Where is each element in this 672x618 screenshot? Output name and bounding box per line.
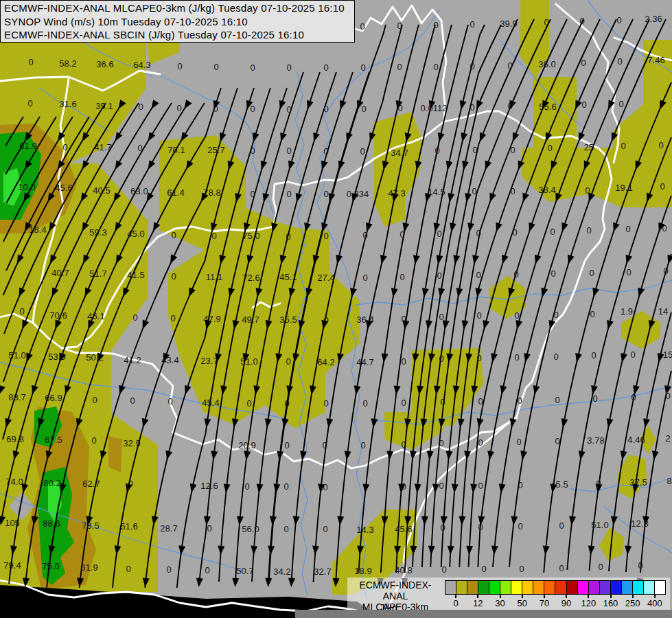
colorbar-cell bbox=[621, 580, 633, 595]
map-graphics bbox=[0, 0, 672, 618]
colorbar-cell bbox=[566, 580, 578, 595]
colorbar-cell bbox=[610, 580, 622, 595]
colorbar bbox=[445, 580, 666, 595]
colorbar-cell bbox=[445, 580, 456, 595]
colorbar-cell bbox=[588, 580, 600, 595]
colorbar-cell bbox=[555, 580, 566, 595]
colorbar-ticklabel: 50 bbox=[517, 598, 526, 608]
weather-map: 000039.90002.36058.236.664.3000000000036… bbox=[0, 0, 672, 618]
colorbar-ticklabel: 120 bbox=[581, 598, 596, 608]
title-line-synop-wind: SYNOP Wind (m/s) 10m Tuesday 07-10-2025 … bbox=[4, 15, 351, 29]
colorbar-cell bbox=[522, 580, 533, 595]
colorbar-cell bbox=[511, 580, 522, 595]
colorbar-cell bbox=[577, 580, 589, 595]
title-line-sbcin: ECMWF-INDEX-ANAL SBCIN (J/kg) Tuesday 07… bbox=[4, 28, 351, 42]
colorbar-cell bbox=[500, 580, 511, 595]
colorbar-cell bbox=[456, 580, 467, 595]
colorbar-cell bbox=[533, 580, 544, 595]
colorbar-ticklabel: 160 bbox=[603, 598, 618, 608]
colorbar-cell bbox=[467, 580, 478, 595]
colorbar-ticklabel: 12 bbox=[473, 598, 483, 608]
title-line-mlcape: ECMWF-INDEX-ANAL MLCAPE0-3km (J/kg) Tues… bbox=[4, 1, 351, 15]
colorbar-ticklabel: 30 bbox=[495, 598, 505, 608]
colorbar-ticklabel: 0 bbox=[453, 598, 458, 608]
colorbar-cell bbox=[544, 580, 555, 595]
colorbar-legend: ECMWF-INDEX-ANAL MLCAPE0-3km J/kg 012305… bbox=[347, 577, 670, 613]
product-title-box: ECMWF-INDEX-ANAL MLCAPE0-3km (J/kg) Tues… bbox=[0, 0, 355, 43]
colorbar-cell bbox=[478, 580, 489, 595]
colorbar-cell bbox=[654, 580, 666, 595]
colorbar-cell bbox=[489, 580, 500, 595]
bottom-band bbox=[295, 610, 672, 618]
legend-product-line1: ECMWF-INDEX-ANAL bbox=[347, 580, 443, 602]
colorbar-cell bbox=[643, 580, 655, 595]
colorbar-ticklabel: 90 bbox=[561, 598, 571, 608]
colorbar-ticklabel: 70 bbox=[540, 598, 549, 608]
colorbar-cell bbox=[632, 580, 644, 595]
colorbar-cell bbox=[599, 580, 611, 595]
colorbar-ticklabel: 400 bbox=[647, 598, 662, 608]
colorbar-ticklabel: 250 bbox=[625, 598, 640, 608]
